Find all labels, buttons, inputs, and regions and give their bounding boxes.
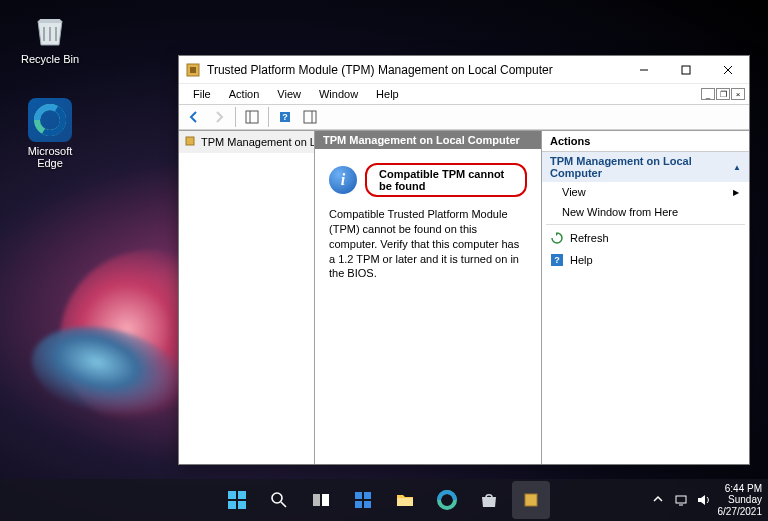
app-icon (185, 62, 201, 78)
actions-sub-label: TPM Management on Local Computer (550, 155, 733, 179)
svg-rect-31 (676, 496, 686, 503)
clock-day: Sunday (718, 494, 763, 506)
action-label: Refresh (570, 232, 609, 244)
actions-header: Actions (542, 131, 749, 152)
svg-rect-19 (238, 501, 246, 509)
action-help[interactable]: ? Help (542, 249, 749, 271)
svg-rect-28 (397, 498, 413, 506)
tree-root-item[interactable]: TPM Management on Lo (179, 131, 314, 153)
svg-rect-25 (364, 492, 371, 499)
svg-rect-23 (322, 494, 329, 506)
actions-sub-header[interactable]: TPM Management on Local Computer ▲ (542, 152, 749, 182)
error-headline: Compatible TPM cannot be found (365, 163, 527, 197)
clock[interactable]: 6:44 PM Sunday 6/27/2021 (718, 483, 763, 518)
network-icon[interactable] (674, 493, 688, 507)
maximize-button[interactable] (665, 56, 707, 84)
svg-line-21 (281, 502, 286, 507)
action-view[interactable]: View (542, 182, 749, 202)
volume-icon[interactable] (696, 493, 710, 507)
toolbar-separator (268, 107, 269, 127)
svg-rect-22 (313, 494, 320, 506)
toolbar-separator (235, 107, 236, 127)
help-icon: ? (550, 253, 564, 267)
clock-date: 6/27/2021 (718, 506, 763, 518)
recycle-bin-icon (29, 8, 71, 50)
mdi-minimize-button[interactable]: _ (701, 88, 715, 100)
svg-rect-27 (364, 501, 371, 508)
svg-rect-11 (304, 111, 316, 123)
mdi-controls: _ ❐ × (701, 88, 745, 100)
clock-time: 6:44 PM (718, 483, 763, 495)
menu-action[interactable]: Action (221, 86, 268, 102)
taskbar-center (218, 481, 550, 519)
tpm-app-taskbar-button[interactable] (512, 481, 550, 519)
menubar: File Action View Window Help _ ❐ × (179, 84, 749, 104)
show-hide-console-tree-button[interactable] (241, 106, 263, 128)
menu-file[interactable]: File (185, 86, 219, 102)
back-button[interactable] (183, 106, 205, 128)
system-tray: 6:44 PM Sunday 6/27/2021 (652, 479, 763, 521)
task-view-button[interactable] (302, 481, 340, 519)
svg-rect-13 (186, 137, 194, 145)
tpm-chip-icon (183, 134, 197, 150)
svg-text:?: ? (554, 255, 560, 265)
svg-rect-4 (682, 66, 690, 74)
menu-view[interactable]: View (269, 86, 309, 102)
separator (546, 224, 745, 225)
window-title: Trusted Platform Module (TPM) Management… (207, 63, 623, 77)
help-button[interactable]: ? (274, 106, 296, 128)
svg-rect-30 (525, 494, 537, 506)
svg-rect-17 (238, 491, 246, 499)
start-button[interactable] (218, 481, 256, 519)
content-pane: TPM Management on Local Computer i Compa… (315, 131, 541, 464)
taskbar[interactable]: 6:44 PM Sunday 6/27/2021 (0, 479, 768, 521)
menu-help[interactable]: Help (368, 86, 407, 102)
mmc-window: Trusted Platform Module (TPM) Management… (178, 55, 750, 465)
content-header: TPM Management on Local Computer (315, 131, 541, 149)
action-label: Help (570, 254, 593, 266)
info-icon: i (329, 166, 357, 194)
tree-root-label: TPM Management on Lo (201, 136, 315, 148)
desktop-icon-edge[interactable]: Microsoft Edge (14, 98, 86, 169)
titlebar[interactable]: Trusted Platform Module (TPM) Management… (179, 56, 749, 84)
show-hide-action-pane-button[interactable] (299, 106, 321, 128)
svg-point-20 (272, 493, 282, 503)
widgets-button[interactable] (344, 481, 382, 519)
forward-button[interactable] (208, 106, 230, 128)
search-button[interactable] (260, 481, 298, 519)
action-refresh[interactable]: Refresh (542, 227, 749, 249)
file-explorer-button[interactable] (386, 481, 424, 519)
chevron-up-icon[interactable] (652, 493, 666, 507)
svg-rect-7 (246, 111, 258, 123)
mdi-close-button[interactable]: × (731, 88, 745, 100)
svg-rect-18 (228, 501, 236, 509)
refresh-icon (550, 231, 564, 245)
action-label: New Window from Here (562, 206, 678, 218)
svg-rect-24 (355, 492, 362, 499)
svg-rect-26 (355, 501, 362, 508)
menu-window[interactable]: Window (311, 86, 366, 102)
console-tree[interactable]: TPM Management on Lo (179, 131, 315, 464)
desktop-icon-label: Recycle Bin (14, 53, 86, 65)
close-button[interactable] (707, 56, 749, 84)
desktop-icon-recycle-bin[interactable]: Recycle Bin (14, 8, 86, 65)
svg-text:?: ? (282, 112, 288, 122)
error-message: Compatible Trusted Platform Module (TPM)… (329, 207, 527, 281)
svg-rect-16 (228, 491, 236, 499)
action-new-window[interactable]: New Window from Here (542, 202, 749, 222)
content-body: i Compatible TPM cannot be found Compati… (315, 149, 541, 464)
desktop-icon-label: Microsoft Edge (14, 145, 86, 169)
minimize-button[interactable] (623, 56, 665, 84)
mdi-restore-button[interactable]: ❐ (716, 88, 730, 100)
edge-icon (28, 98, 72, 142)
store-button[interactable] (470, 481, 508, 519)
actions-pane: Actions TPM Management on Local Computer… (541, 131, 749, 464)
edge-taskbar-button[interactable] (428, 481, 466, 519)
toolbar: ? (179, 104, 749, 130)
svg-rect-2 (190, 67, 196, 73)
action-label: View (562, 186, 586, 198)
collapse-icon: ▲ (733, 163, 741, 172)
